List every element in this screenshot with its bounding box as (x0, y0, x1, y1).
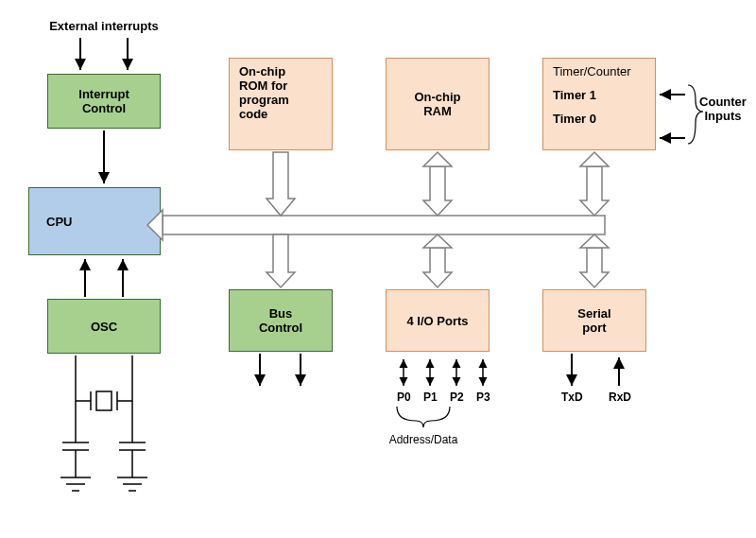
p1-label: P1 (423, 390, 438, 404)
rom-block: On-chip ROM for program code (229, 58, 333, 150)
ram-block: On-chip RAM (386, 58, 490, 150)
cpu-block: CPU (28, 187, 161, 255)
p3-label: P3 (476, 390, 490, 404)
bus-control-block: Bus Control (229, 289, 333, 352)
external-interrupts-label: External interrupts (38, 19, 170, 33)
svg-rect-21 (96, 391, 112, 410)
timer-block: Timer/Counter Timer 1 Timer 0 (542, 58, 656, 150)
address-data-label: Address/Data (386, 433, 461, 446)
timer-header: Timer/Counter (553, 64, 631, 78)
osc-block: OSC (47, 299, 161, 354)
timer1-label: Timer 1 (553, 88, 596, 102)
counter-inputs-label: Counter Inputs (695, 95, 751, 123)
serial-port-block: Serial port (542, 289, 646, 352)
p0-label: P0 (397, 390, 411, 404)
txd-label: TxD (561, 390, 583, 404)
io-ports-block: 4 I/O Ports (386, 289, 490, 352)
p2-label: P2 (450, 390, 464, 404)
timer0-label: Timer 0 (553, 112, 596, 126)
rxd-label: RxD (609, 390, 631, 404)
interrupt-control-block: Interrupt Control (47, 74, 161, 129)
